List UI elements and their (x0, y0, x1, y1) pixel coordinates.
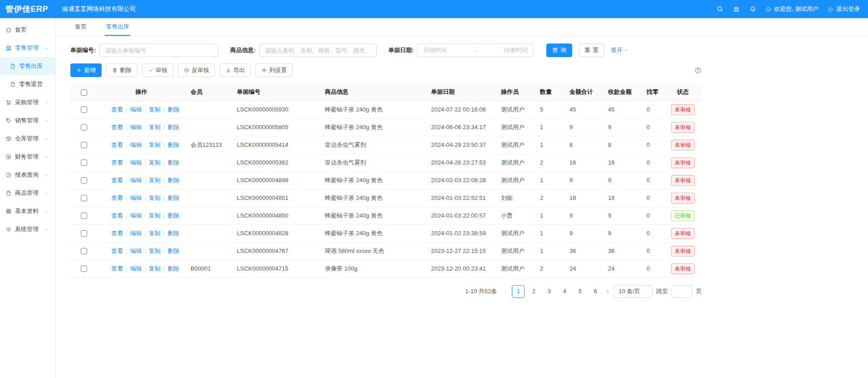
sidebar-item-8[interactable]: 基本资料 (0, 202, 55, 220)
search-button[interactable]: 查询 (546, 44, 572, 57)
row-action-view[interactable]: 查看 (111, 124, 123, 131)
row-action-view[interactable]: 查看 (111, 212, 123, 219)
row-action-delete[interactable]: 删除 (167, 177, 179, 184)
cell-received: 9 (603, 207, 641, 224)
row-action-edit[interactable]: 编辑 (130, 141, 142, 148)
select-all-checkbox[interactable] (81, 89, 87, 96)
bell-icon[interactable] (749, 5, 756, 13)
row-action-view[interactable]: 查看 (111, 230, 123, 237)
row-action-edit[interactable]: 编辑 (130, 247, 142, 254)
row-checkbox[interactable] (81, 177, 87, 184)
date-range-picker[interactable]: 开始时间 ~ 结束时间 (417, 44, 534, 57)
jump-page-input[interactable] (672, 285, 692, 298)
row-action-view[interactable]: 查看 (111, 265, 123, 272)
page-button-6[interactable]: 6 (589, 285, 602, 298)
row-action-delete[interactable]: 删除 (167, 194, 179, 201)
page-button-5[interactable]: 5 (574, 285, 586, 298)
delete-button[interactable]: 删除 (106, 63, 137, 77)
row-checkbox[interactable] (81, 142, 87, 148)
row-action-copy[interactable]: 复制 (149, 212, 161, 219)
sidebar-item-2[interactable]: 采购管理 (0, 93, 55, 111)
row-checkbox[interactable] (81, 195, 87, 201)
reset-button[interactable]: 重置 (579, 44, 604, 57)
action-separator: | (144, 247, 146, 254)
sidebar-item-7[interactable]: 商品管理 (0, 184, 55, 202)
tab-1[interactable]: 零售出库 (105, 18, 130, 36)
row-action-edit[interactable]: 编辑 (130, 159, 142, 166)
row-checkbox[interactable] (81, 160, 87, 166)
row-checkbox[interactable] (81, 213, 87, 219)
logout-button[interactable]: 退出登录 (828, 5, 860, 13)
row-action-copy[interactable]: 复制 (149, 159, 161, 166)
row-action-view[interactable]: 查看 (111, 194, 123, 201)
welcome-user[interactable]: 欢迎您, 测试用户 (765, 5, 819, 13)
sidebar-item-3[interactable]: 销售管理 (0, 111, 55, 130)
row-checkbox[interactable] (81, 124, 87, 131)
export-button[interactable]: 导出 (220, 63, 251, 77)
row-action-delete[interactable]: 删除 (167, 124, 179, 131)
help-icon[interactable] (694, 67, 702, 74)
row-action-copy[interactable]: 复制 (149, 265, 161, 272)
tab-0[interactable]: 首页 (74, 18, 88, 36)
cell-bill-no: LSCK00000005805 (231, 118, 319, 136)
row-action-copy[interactable]: 复制 (149, 124, 161, 131)
row-action-copy[interactable]: 复制 (149, 141, 161, 148)
row-action-view[interactable]: 查看 (111, 159, 123, 166)
row-action-copy[interactable]: 复制 (149, 247, 161, 254)
row-action-delete[interactable]: 删除 (167, 159, 179, 166)
row-checkbox[interactable] (81, 230, 87, 237)
bank-icon[interactable] (733, 5, 740, 13)
row-action-copy[interactable]: 复制 (149, 177, 161, 184)
row-checkbox[interactable] (81, 248, 87, 254)
sidebar-item-5[interactable]: 财务管理 (0, 148, 55, 166)
row-action-edit[interactable]: 编辑 (130, 124, 142, 131)
page-button-2[interactable]: 2 (527, 285, 540, 298)
row-action-edit[interactable]: 编辑 (130, 230, 142, 237)
add-button[interactable]: 新增 (70, 63, 102, 77)
row-checkbox[interactable] (81, 266, 87, 272)
cell-product: 录像带 100g (319, 260, 426, 277)
next-page-icon[interactable] (605, 289, 610, 294)
row-action-edit[interactable]: 编辑 (130, 177, 142, 184)
sidebar-item-0[interactable]: 首页 (0, 21, 55, 39)
row-action-edit[interactable]: 编辑 (130, 194, 142, 201)
page-button-4[interactable]: 4 (558, 285, 571, 298)
row-action-delete[interactable]: 删除 (167, 230, 179, 237)
page-size-select[interactable]: 10 条/页 (614, 285, 652, 298)
page-button-1[interactable]: 1 (512, 285, 525, 298)
bill-no-input[interactable] (99, 44, 218, 57)
sidebar-subitem-0[interactable]: 零售出库 (0, 57, 55, 75)
sidebar-item-9[interactable]: 系统管理 (0, 220, 55, 238)
sidebar-subitem-1[interactable]: 零售退货 (0, 75, 55, 93)
row-action-view[interactable]: 查看 (111, 141, 123, 148)
prev-page-icon[interactable] (503, 289, 508, 294)
row-action-copy[interactable]: 复制 (149, 106, 161, 113)
sidebar-item-6[interactable]: 报表查询 (0, 166, 55, 184)
row-action-edit[interactable]: 编辑 (130, 265, 142, 272)
row-checkbox[interactable] (81, 107, 87, 113)
row-action-edit[interactable]: 编辑 (130, 212, 142, 219)
sidebar-item-4[interactable]: 仓库管理 (0, 130, 55, 148)
row-action-copy[interactable]: 复制 (149, 230, 161, 237)
row-action-view[interactable]: 查看 (111, 177, 123, 184)
expand-link[interactable]: 展开 (611, 46, 628, 54)
row-action-copy[interactable]: 复制 (149, 194, 161, 201)
product-input[interactable] (260, 44, 377, 57)
row-action-delete[interactable]: 删除 (167, 247, 179, 254)
page-button-3[interactable]: 3 (543, 285, 555, 298)
tab-label: 首页 (75, 23, 87, 31)
row-action-delete[interactable]: 删除 (167, 106, 179, 113)
audit-button[interactable]: 审核 (142, 63, 173, 77)
row-action-delete[interactable]: 删除 (167, 212, 179, 219)
row-action-view[interactable]: 查看 (111, 106, 123, 113)
unaudit-button[interactable]: 反审核 (178, 63, 215, 77)
row-action-delete[interactable]: 删除 (167, 141, 179, 148)
search-icon[interactable] (716, 5, 724, 13)
row-action-view[interactable]: 查看 (111, 247, 123, 254)
column-settings-button[interactable]: 列设置 (255, 63, 293, 77)
row-action-delete[interactable]: 删除 (167, 265, 179, 272)
welcome-text: 欢迎您, 测试用户 (774, 5, 819, 13)
column-header: 金额合计 (564, 83, 603, 101)
row-action-edit[interactable]: 编辑 (130, 106, 142, 113)
sidebar-item-1[interactable]: 零售管理 (0, 39, 55, 57)
